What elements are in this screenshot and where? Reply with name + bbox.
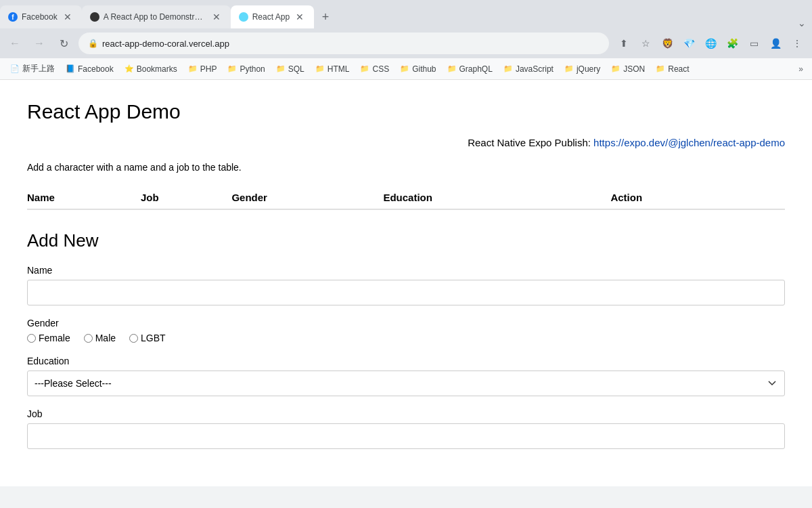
react-app-favicon bbox=[239, 12, 248, 22]
bookmark-github-icon: 📁 bbox=[400, 64, 409, 73]
col-action: Action bbox=[610, 186, 785, 209]
forward-button[interactable]: → bbox=[30, 34, 49, 53]
col-gender: Gender bbox=[231, 186, 383, 209]
tab-facebook-label: Facebook bbox=[22, 12, 58, 22]
bookmark-react-icon: 📁 bbox=[656, 64, 665, 73]
data-table: Name Job Gender Education Action bbox=[27, 186, 785, 210]
col-job: Job bbox=[141, 186, 231, 209]
bookmarks-more[interactable]: » bbox=[795, 62, 807, 76]
name-field-group: Name bbox=[27, 265, 785, 305]
vpn-icon[interactable]: 🌐 bbox=[701, 34, 720, 53]
url-text: react-app-demo-coral.vercel.app bbox=[102, 39, 229, 49]
bookmark-react[interactable]: 📁 React bbox=[651, 62, 694, 76]
bookmark-python[interactable]: 📁 Python bbox=[223, 62, 269, 76]
gender-male-text: Male bbox=[95, 333, 116, 343]
bookmark-jquery-icon: 📁 bbox=[564, 64, 574, 73]
url-bar[interactable]: 🔒 react-app-demo-coral.vercel.app bbox=[78, 33, 609, 54]
bookmark-jquery-label: jQuery bbox=[577, 64, 600, 74]
page-title: React App Demo bbox=[27, 100, 785, 123]
gender-female-text: Female bbox=[39, 333, 70, 343]
bookmark-bookmarks[interactable]: ⭐ Bookmarks bbox=[120, 62, 182, 76]
bookmark-css[interactable]: 📁 CSS bbox=[355, 62, 394, 76]
bookmark-python-icon: 📁 bbox=[227, 64, 237, 73]
tab-facebook[interactable]: f Facebook ✕ bbox=[0, 5, 82, 28]
add-new-title: Add New bbox=[27, 230, 785, 251]
menu-icon[interactable]: ⋮ bbox=[788, 34, 807, 53]
tab-react-app-close[interactable]: ✕ bbox=[294, 11, 306, 23]
address-actions: ⬆ ☆ 🦁 💎 🌐 🧩 ▭ 👤 ⋮ bbox=[614, 34, 807, 53]
instruction-text: Add a character with a name and a job to… bbox=[27, 162, 785, 173]
bookmark-graphql[interactable]: 📁 GraphQL bbox=[443, 62, 497, 76]
bookmark-github-label: Github bbox=[412, 64, 436, 74]
bookmark-facebook-icon: 📘 bbox=[66, 64, 75, 73]
job-field-group: Job bbox=[27, 408, 785, 449]
bookmark-sql-icon: 📁 bbox=[276, 64, 286, 73]
gender-lgbt-label[interactable]: LGBT bbox=[129, 333, 166, 343]
bookmark-python-label: Python bbox=[240, 64, 265, 74]
education-select[interactable]: ---Please Select--- High School Bachelor… bbox=[27, 371, 785, 396]
bookmark-graphql-icon: 📁 bbox=[447, 64, 457, 73]
education-field-group: Education ---Please Select--- High Schoo… bbox=[27, 356, 785, 396]
bookmark-github[interactable]: 📁 Github bbox=[395, 62, 441, 76]
bookmark-新手上路-label: 新手上路 bbox=[22, 63, 55, 75]
new-tab-button[interactable]: + bbox=[314, 5, 337, 28]
bookmark-bookmarks-icon: ⭐ bbox=[125, 64, 134, 73]
education-label: Education bbox=[27, 356, 785, 366]
bookmark-javascript-icon: 📁 bbox=[503, 64, 513, 73]
tab-expand-button[interactable]: ⌄ bbox=[792, 18, 812, 28]
tab-react-app-label: React App bbox=[252, 12, 290, 22]
bookmark-php-icon: 📁 bbox=[188, 64, 198, 73]
bookmark-新手上路[interactable]: 📄 新手上路 bbox=[5, 61, 60, 77]
back-button[interactable]: ← bbox=[5, 34, 24, 53]
bookmark-html-label: HTML bbox=[328, 64, 350, 74]
gender-radio-group: Female Male LGBT bbox=[27, 333, 785, 343]
gender-female-radio[interactable] bbox=[27, 334, 36, 343]
bookmark-facebook-label: Facebook bbox=[78, 64, 114, 74]
bookmark-html[interactable]: 📁 HTML bbox=[311, 62, 355, 76]
bookmark-javascript[interactable]: 📁 JavaScript bbox=[499, 62, 558, 76]
add-new-section: Add New Name Gender Female Male bbox=[27, 230, 785, 449]
bookmark-php-label: PHP bbox=[200, 64, 217, 74]
bookmark-php[interactable]: 📁 PHP bbox=[183, 62, 222, 76]
bookmark-jquery[interactable]: 📁 jQuery bbox=[560, 62, 605, 76]
job-label: Job bbox=[27, 408, 785, 419]
bookmark-sql[interactable]: 📁 SQL bbox=[271, 62, 309, 76]
tab-facebook-close[interactable]: ✕ bbox=[62, 11, 74, 23]
extensions-icon[interactable]: 🧩 bbox=[723, 34, 742, 53]
gender-female-label[interactable]: Female bbox=[27, 333, 70, 343]
expo-link[interactable]: https://expo.dev/@jglchen/react-app-demo bbox=[593, 137, 785, 148]
profile-icon[interactable]: 👤 bbox=[766, 34, 785, 53]
bookmark-新手上路-icon: 📄 bbox=[10, 64, 20, 73]
bookmark-sql-label: SQL bbox=[288, 64, 304, 74]
gender-lgbt-text: LGBT bbox=[141, 333, 166, 343]
tab-bar: f Facebook ✕ A React App to Demonstrate … bbox=[0, 0, 812, 28]
bookmark-graphql-label: GraphQL bbox=[459, 64, 493, 74]
name-label: Name bbox=[27, 265, 785, 276]
bookmark-facebook[interactable]: 📘 Facebook bbox=[61, 62, 118, 76]
share-icon[interactable]: ⬆ bbox=[614, 34, 633, 53]
bookmark-javascript-label: JavaScript bbox=[516, 64, 554, 74]
react-demo-favicon bbox=[90, 12, 99, 22]
tab-react-app[interactable]: React App ✕ bbox=[231, 5, 314, 28]
lock-icon: 🔒 bbox=[88, 39, 98, 48]
expo-link-row: React Native Expo Publish: https://expo.… bbox=[27, 137, 785, 148]
bookmark-star-icon[interactable]: ☆ bbox=[636, 34, 655, 53]
gender-lgbt-radio[interactable] bbox=[129, 334, 138, 343]
name-input[interactable] bbox=[27, 280, 785, 305]
address-bar: ← → ↻ 🔒 react-app-demo-coral.vercel.app … bbox=[0, 28, 812, 58]
gender-male-radio[interactable] bbox=[84, 334, 93, 343]
sidebar-toggle-icon[interactable]: ▭ bbox=[744, 34, 763, 53]
job-input[interactable] bbox=[27, 423, 785, 449]
gender-field-group: Gender Female Male LGBT bbox=[27, 318, 785, 343]
tab-react-demo[interactable]: A React App to Demonstrate In ✕ bbox=[82, 5, 231, 28]
gender-male-label[interactable]: Male bbox=[84, 333, 116, 343]
page-content: React App Demo React Native Expo Publish… bbox=[0, 80, 812, 486]
bookmarks-bar: 📄 新手上路 📘 Facebook ⭐ Bookmarks 📁 PHP 📁 Py… bbox=[0, 58, 812, 80]
bookmark-json[interactable]: 📁 JSON bbox=[606, 62, 650, 76]
gender-label: Gender bbox=[27, 318, 785, 329]
wallet-icon[interactable]: 💎 bbox=[679, 34, 698, 53]
brave-icon[interactable]: 🦁 bbox=[658, 34, 677, 53]
browser-chrome: f Facebook ✕ A React App to Demonstrate … bbox=[0, 0, 812, 486]
refresh-button[interactable]: ↻ bbox=[54, 34, 73, 53]
tab-react-demo-close[interactable]: ✕ bbox=[210, 11, 223, 23]
